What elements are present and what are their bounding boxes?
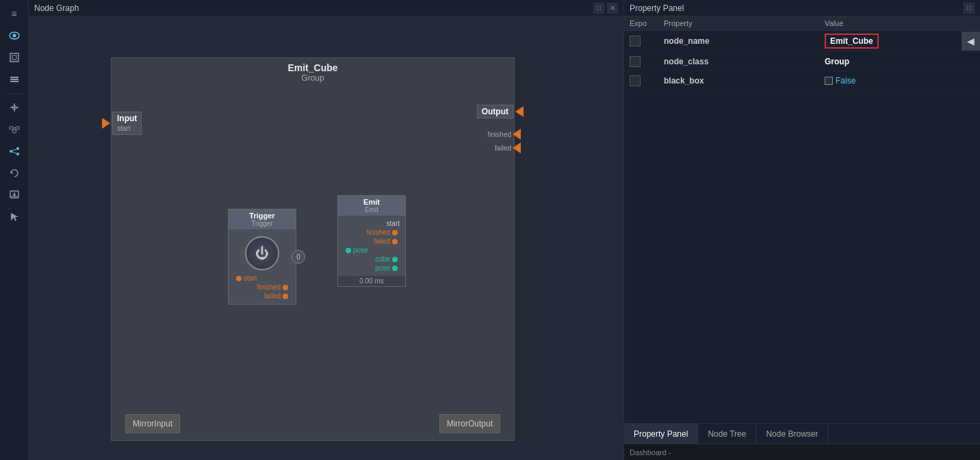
trigger-node-body: ⏻ start finished failed	[229, 229, 296, 304]
black-box-value: False	[819, 73, 980, 88]
right-panel: Property Panel □ Expo Property Value nod…	[624, 0, 980, 460]
node-graph-container: Node Graph □ ✕	[29, 0, 624, 460]
finished-arrow-icon	[513, 129, 521, 140]
right-panel-title: Property Panel	[630, 3, 684, 13]
expo-toggle-node-class[interactable]	[630, 56, 641, 67]
download-icon[interactable]	[5, 186, 24, 205]
trigger-failed-port: failed	[232, 292, 292, 301]
output-failed-port[interactable]: failed	[495, 142, 521, 153]
nodes-icon[interactable]	[5, 120, 24, 139]
node-name-property: node_name	[658, 34, 819, 49]
refresh-icon[interactable]	[5, 164, 24, 183]
failed-label: failed	[495, 144, 511, 152]
bottom-tabs: Property Panel Node Tree Node Browser	[624, 423, 980, 444]
mirror-input-label: MirrorInput	[133, 419, 172, 429]
property-header: Property	[658, 16, 819, 30]
svg-rect-2	[10, 53, 18, 62]
right-panel-titlebar: Property Panel □	[624, 0, 980, 16]
expo-toggle-black-box[interactable]	[630, 75, 641, 86]
layers-icon[interactable]	[5, 70, 24, 89]
trigger-node[interactable]: Trigger Trigger ⏻ start finished	[228, 209, 296, 305]
emit-node-body: start finished failed pose	[338, 216, 405, 276]
node-name-expo	[624, 33, 658, 49]
tab-property-panel[interactable]: Property Panel	[624, 424, 698, 444]
failed-port-label: failed	[264, 292, 281, 300]
failed-port-dot	[283, 294, 288, 299]
input-sublabel: start	[117, 125, 130, 132]
node-name-value-text[interactable]: Emit_Cube	[825, 34, 879, 49]
close-button[interactable]: ✕	[607, 3, 618, 14]
svg-rect-6	[10, 81, 18, 82]
menu-icon[interactable]: ≡	[5, 4, 24, 23]
emit-cube-port: cube	[341, 255, 402, 264]
back-button[interactable]: ◀	[962, 31, 980, 51]
output-label: Output	[482, 107, 508, 116]
black-box-checkbox[interactable]: False	[825, 76, 975, 86]
mirror-output-node[interactable]: MirrorOutput	[439, 414, 500, 433]
emit-start-label: start	[387, 220, 400, 227]
minimize-button[interactable]: □	[593, 3, 604, 14]
failed-arrow-icon	[513, 142, 521, 153]
emit-start-port: start	[341, 219, 402, 228]
trigger-counter: 0	[292, 250, 305, 264]
right-panel-minimize-btn[interactable]: □	[964, 3, 975, 14]
group-node-header: Emit_Cube Group	[112, 58, 514, 87]
trigger-node-title: Trigger	[232, 212, 292, 220]
output-finished-port[interactable]: finished	[488, 129, 521, 140]
eye-icon[interactable]	[5, 26, 24, 45]
left-sidebar: ≡	[0, 0, 29, 460]
svg-point-1	[12, 34, 16, 38]
svg-line-18	[12, 149, 16, 151]
svg-rect-11	[16, 127, 19, 129]
svg-point-15	[10, 150, 12, 153]
node-graph-title: Node Graph	[34, 3, 79, 13]
expo-header: Expo	[624, 16, 658, 30]
node-class-value-text: Group	[825, 57, 849, 66]
crosshair-icon[interactable]	[5, 98, 24, 117]
emit-pose-in-dot	[346, 248, 351, 253]
input-arrow-icon	[102, 118, 110, 129]
status-text: Dashboard -	[630, 448, 671, 457]
expo-toggle-node-name[interactable]	[630, 36, 641, 47]
node-class-property: node_class	[658, 54, 819, 69]
output-port[interactable]: Output	[477, 105, 524, 118]
emit-timing: 0.00 ms	[338, 276, 405, 286]
frame-icon[interactable]	[5, 48, 24, 67]
svg-marker-23	[11, 213, 18, 221]
node-class-value: Group	[819, 54, 980, 69]
input-label-box: Input start	[112, 112, 142, 135]
group-node-title: Emit_Cube	[116, 62, 510, 73]
cursor-icon[interactable]	[5, 207, 24, 227]
finished-port-dot	[283, 285, 288, 290]
start-port-dot	[236, 276, 242, 281]
emit-pose-in-label: pose	[353, 246, 368, 254]
trigger-finished-port: finished	[232, 283, 292, 292]
graph-icon[interactable]	[5, 142, 24, 161]
trigger-node-header: Trigger Trigger	[229, 209, 296, 229]
checkbox-unchecked-icon[interactable]	[825, 77, 833, 85]
finished-label: finished	[488, 131, 511, 138]
group-node[interactable]: Emit_Cube Group Input start Output	[111, 58, 515, 441]
emit-failed-port: failed	[341, 237, 402, 246]
emit-finished-port: finished	[341, 228, 402, 237]
node-graph-canvas[interactable]: Emit_Cube Group Input start Output	[29, 16, 623, 460]
status-bar: Dashboard -	[624, 444, 980, 460]
emit-pose-out-port: pose	[341, 264, 402, 272]
node-name-row[interactable]: node_name Emit_Cube ◀	[624, 31, 980, 52]
mirror-input-node[interactable]: MirrorInput	[125, 414, 180, 433]
emit-pose-in-port: pose	[341, 246, 402, 255]
output-label-box: Output	[477, 105, 513, 118]
finished-port-label: finished	[257, 283, 281, 291]
trigger-power-icon: ⏻	[245, 236, 279, 270]
node-name-value: Emit_Cube	[819, 31, 980, 51]
emit-node[interactable]: Emit Emit start finished failed	[337, 195, 406, 287]
tab-node-browser[interactable]: Node Browser	[756, 424, 828, 444]
tab-node-tree[interactable]: Node Tree	[698, 424, 756, 444]
input-port[interactable]: Input start	[102, 112, 142, 135]
trigger-node-subtitle: Trigger	[232, 220, 292, 227]
black-box-row[interactable]: black_box False	[624, 71, 980, 90]
node-class-row[interactable]: node_class Group	[624, 52, 980, 71]
emit-failed-dot	[392, 239, 398, 244]
node-class-expo	[624, 53, 658, 70]
node-graph-titlebar: Node Graph □ ✕	[29, 0, 623, 16]
